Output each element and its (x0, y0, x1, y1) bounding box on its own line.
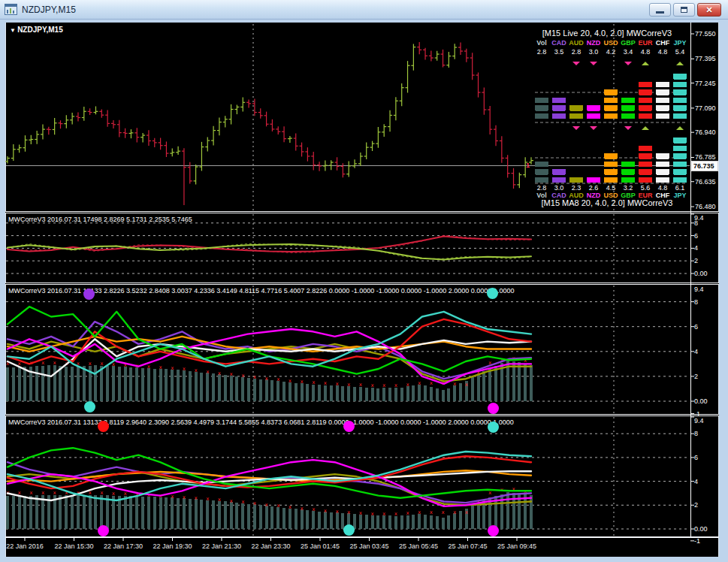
time-axis[interactable] (5, 538, 719, 557)
title-bar[interactable]: NZDJPY,M15 ✕ (0, 0, 728, 20)
main-chart-panel[interactable] (5, 23, 690, 211)
axis-separator (5, 536, 719, 538)
price-scale[interactable] (690, 23, 719, 537)
panel-separator[interactable] (5, 283, 719, 285)
minimize-icon (656, 11, 664, 14)
chart-window-icon (5, 4, 17, 15)
restore-icon (681, 7, 687, 13)
panel-separator[interactable] (5, 211, 719, 213)
close-button[interactable]: ✕ (697, 3, 721, 17)
close-icon: ✕ (705, 6, 712, 14)
indicator-window-2[interactable] (5, 285, 690, 415)
window-title: NZDJPY,M15 (22, 5, 76, 15)
indicator-window-1[interactable] (5, 213, 690, 283)
restore-button[interactable] (673, 3, 695, 17)
chart-window: NZDJPY,M15 ✕ xxxxxxxxxxxxxxxxxxxxxxxxxxx… (0, 0, 728, 562)
minimize-button[interactable] (649, 3, 671, 17)
indicator-window-3[interactable] (5, 416, 690, 537)
panel-separator[interactable] (5, 414, 719, 416)
